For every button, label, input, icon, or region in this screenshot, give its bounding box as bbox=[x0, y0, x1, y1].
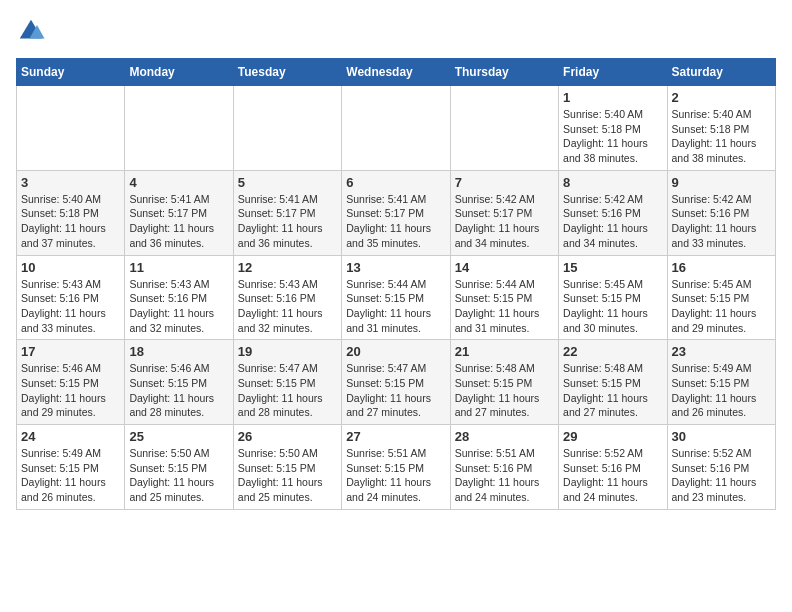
day-info: Sunrise: 5:45 AMSunset: 5:15 PMDaylight:… bbox=[672, 277, 771, 336]
calendar-week-row: 17Sunrise: 5:46 AMSunset: 5:15 PMDayligh… bbox=[17, 340, 776, 425]
day-number: 14 bbox=[455, 260, 554, 275]
day-number: 3 bbox=[21, 175, 120, 190]
day-info: Sunrise: 5:43 AMSunset: 5:16 PMDaylight:… bbox=[238, 277, 337, 336]
day-info: Sunrise: 5:40 AMSunset: 5:18 PMDaylight:… bbox=[21, 192, 120, 251]
day-info: Sunrise: 5:50 AMSunset: 5:15 PMDaylight:… bbox=[238, 446, 337, 505]
calendar-cell: 17Sunrise: 5:46 AMSunset: 5:15 PMDayligh… bbox=[17, 340, 125, 425]
day-info: Sunrise: 5:48 AMSunset: 5:15 PMDaylight:… bbox=[455, 361, 554, 420]
day-number: 27 bbox=[346, 429, 445, 444]
day-number: 21 bbox=[455, 344, 554, 359]
calendar-cell: 15Sunrise: 5:45 AMSunset: 5:15 PMDayligh… bbox=[559, 255, 667, 340]
calendar-cell: 6Sunrise: 5:41 AMSunset: 5:17 PMDaylight… bbox=[342, 170, 450, 255]
day-info: Sunrise: 5:42 AMSunset: 5:17 PMDaylight:… bbox=[455, 192, 554, 251]
calendar-cell: 7Sunrise: 5:42 AMSunset: 5:17 PMDaylight… bbox=[450, 170, 558, 255]
calendar-cell: 27Sunrise: 5:51 AMSunset: 5:15 PMDayligh… bbox=[342, 425, 450, 510]
calendar-cell bbox=[125, 86, 233, 171]
day-number: 4 bbox=[129, 175, 228, 190]
calendar-week-row: 10Sunrise: 5:43 AMSunset: 5:16 PMDayligh… bbox=[17, 255, 776, 340]
day-info: Sunrise: 5:47 AMSunset: 5:15 PMDaylight:… bbox=[346, 361, 445, 420]
day-info: Sunrise: 5:46 AMSunset: 5:15 PMDaylight:… bbox=[129, 361, 228, 420]
calendar-cell: 5Sunrise: 5:41 AMSunset: 5:17 PMDaylight… bbox=[233, 170, 341, 255]
weekday-header: Saturday bbox=[667, 59, 775, 86]
weekday-header: Thursday bbox=[450, 59, 558, 86]
calendar-cell: 9Sunrise: 5:42 AMSunset: 5:16 PMDaylight… bbox=[667, 170, 775, 255]
calendar-cell: 23Sunrise: 5:49 AMSunset: 5:15 PMDayligh… bbox=[667, 340, 775, 425]
day-number: 19 bbox=[238, 344, 337, 359]
calendar-cell: 21Sunrise: 5:48 AMSunset: 5:15 PMDayligh… bbox=[450, 340, 558, 425]
day-number: 30 bbox=[672, 429, 771, 444]
calendar-cell: 10Sunrise: 5:43 AMSunset: 5:16 PMDayligh… bbox=[17, 255, 125, 340]
calendar-cell: 2Sunrise: 5:40 AMSunset: 5:18 PMDaylight… bbox=[667, 86, 775, 171]
logo bbox=[16, 16, 50, 46]
calendar-cell: 3Sunrise: 5:40 AMSunset: 5:18 PMDaylight… bbox=[17, 170, 125, 255]
day-info: Sunrise: 5:47 AMSunset: 5:15 PMDaylight:… bbox=[238, 361, 337, 420]
calendar-cell: 24Sunrise: 5:49 AMSunset: 5:15 PMDayligh… bbox=[17, 425, 125, 510]
page-header bbox=[16, 16, 776, 46]
day-info: Sunrise: 5:40 AMSunset: 5:18 PMDaylight:… bbox=[563, 107, 662, 166]
calendar-cell bbox=[17, 86, 125, 171]
calendar-cell: 18Sunrise: 5:46 AMSunset: 5:15 PMDayligh… bbox=[125, 340, 233, 425]
weekday-header: Monday bbox=[125, 59, 233, 86]
day-info: Sunrise: 5:46 AMSunset: 5:15 PMDaylight:… bbox=[21, 361, 120, 420]
day-info: Sunrise: 5:45 AMSunset: 5:15 PMDaylight:… bbox=[563, 277, 662, 336]
day-number: 10 bbox=[21, 260, 120, 275]
logo-icon bbox=[16, 16, 46, 46]
calendar-cell: 1Sunrise: 5:40 AMSunset: 5:18 PMDaylight… bbox=[559, 86, 667, 171]
day-info: Sunrise: 5:52 AMSunset: 5:16 PMDaylight:… bbox=[672, 446, 771, 505]
weekday-header: Sunday bbox=[17, 59, 125, 86]
day-info: Sunrise: 5:41 AMSunset: 5:17 PMDaylight:… bbox=[238, 192, 337, 251]
calendar-cell bbox=[342, 86, 450, 171]
calendar-cell: 16Sunrise: 5:45 AMSunset: 5:15 PMDayligh… bbox=[667, 255, 775, 340]
day-info: Sunrise: 5:41 AMSunset: 5:17 PMDaylight:… bbox=[346, 192, 445, 251]
calendar-cell: 13Sunrise: 5:44 AMSunset: 5:15 PMDayligh… bbox=[342, 255, 450, 340]
weekday-header: Wednesday bbox=[342, 59, 450, 86]
calendar-table: SundayMondayTuesdayWednesdayThursdayFrid… bbox=[16, 58, 776, 510]
day-info: Sunrise: 5:44 AMSunset: 5:15 PMDaylight:… bbox=[455, 277, 554, 336]
day-info: Sunrise: 5:41 AMSunset: 5:17 PMDaylight:… bbox=[129, 192, 228, 251]
day-number: 2 bbox=[672, 90, 771, 105]
calendar-cell: 11Sunrise: 5:43 AMSunset: 5:16 PMDayligh… bbox=[125, 255, 233, 340]
day-number: 26 bbox=[238, 429, 337, 444]
calendar-header-row: SundayMondayTuesdayWednesdayThursdayFrid… bbox=[17, 59, 776, 86]
weekday-header: Tuesday bbox=[233, 59, 341, 86]
day-info: Sunrise: 5:51 AMSunset: 5:15 PMDaylight:… bbox=[346, 446, 445, 505]
day-number: 12 bbox=[238, 260, 337, 275]
calendar-cell: 12Sunrise: 5:43 AMSunset: 5:16 PMDayligh… bbox=[233, 255, 341, 340]
day-info: Sunrise: 5:42 AMSunset: 5:16 PMDaylight:… bbox=[563, 192, 662, 251]
calendar-cell: 8Sunrise: 5:42 AMSunset: 5:16 PMDaylight… bbox=[559, 170, 667, 255]
day-info: Sunrise: 5:43 AMSunset: 5:16 PMDaylight:… bbox=[129, 277, 228, 336]
calendar-cell: 29Sunrise: 5:52 AMSunset: 5:16 PMDayligh… bbox=[559, 425, 667, 510]
day-number: 28 bbox=[455, 429, 554, 444]
calendar-week-row: 3Sunrise: 5:40 AMSunset: 5:18 PMDaylight… bbox=[17, 170, 776, 255]
day-number: 1 bbox=[563, 90, 662, 105]
day-number: 8 bbox=[563, 175, 662, 190]
day-number: 24 bbox=[21, 429, 120, 444]
day-info: Sunrise: 5:40 AMSunset: 5:18 PMDaylight:… bbox=[672, 107, 771, 166]
day-number: 20 bbox=[346, 344, 445, 359]
calendar-cell: 22Sunrise: 5:48 AMSunset: 5:15 PMDayligh… bbox=[559, 340, 667, 425]
day-number: 15 bbox=[563, 260, 662, 275]
day-number: 23 bbox=[672, 344, 771, 359]
calendar-cell bbox=[233, 86, 341, 171]
day-info: Sunrise: 5:42 AMSunset: 5:16 PMDaylight:… bbox=[672, 192, 771, 251]
day-number: 6 bbox=[346, 175, 445, 190]
weekday-header: Friday bbox=[559, 59, 667, 86]
calendar-cell: 28Sunrise: 5:51 AMSunset: 5:16 PMDayligh… bbox=[450, 425, 558, 510]
day-info: Sunrise: 5:49 AMSunset: 5:15 PMDaylight:… bbox=[672, 361, 771, 420]
day-number: 7 bbox=[455, 175, 554, 190]
day-info: Sunrise: 5:50 AMSunset: 5:15 PMDaylight:… bbox=[129, 446, 228, 505]
day-number: 13 bbox=[346, 260, 445, 275]
day-info: Sunrise: 5:49 AMSunset: 5:15 PMDaylight:… bbox=[21, 446, 120, 505]
calendar-week-row: 1Sunrise: 5:40 AMSunset: 5:18 PMDaylight… bbox=[17, 86, 776, 171]
day-info: Sunrise: 5:43 AMSunset: 5:16 PMDaylight:… bbox=[21, 277, 120, 336]
calendar-cell bbox=[450, 86, 558, 171]
day-number: 29 bbox=[563, 429, 662, 444]
day-number: 22 bbox=[563, 344, 662, 359]
day-info: Sunrise: 5:52 AMSunset: 5:16 PMDaylight:… bbox=[563, 446, 662, 505]
day-number: 25 bbox=[129, 429, 228, 444]
calendar-cell: 4Sunrise: 5:41 AMSunset: 5:17 PMDaylight… bbox=[125, 170, 233, 255]
calendar-week-row: 24Sunrise: 5:49 AMSunset: 5:15 PMDayligh… bbox=[17, 425, 776, 510]
calendar-cell: 20Sunrise: 5:47 AMSunset: 5:15 PMDayligh… bbox=[342, 340, 450, 425]
day-number: 5 bbox=[238, 175, 337, 190]
day-info: Sunrise: 5:48 AMSunset: 5:15 PMDaylight:… bbox=[563, 361, 662, 420]
